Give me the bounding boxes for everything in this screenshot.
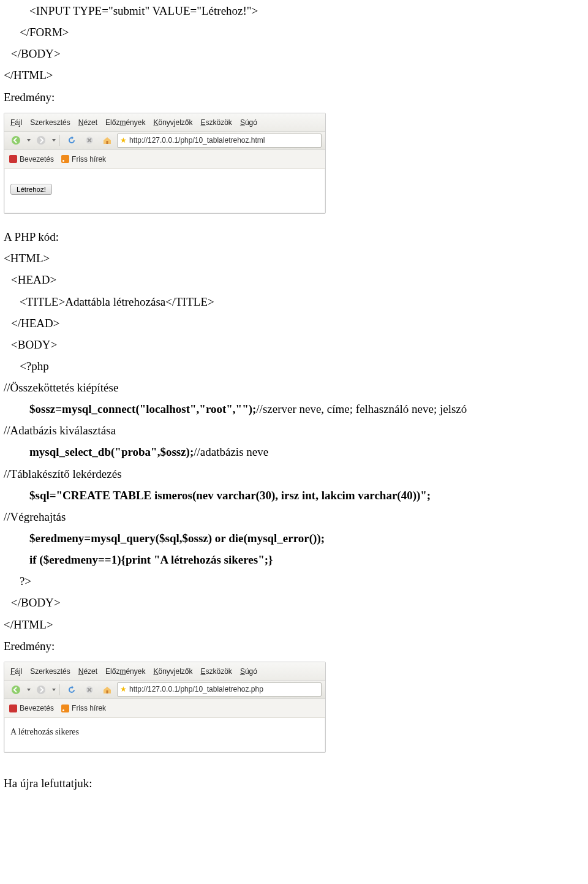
code-line: $ossz=mysql_connect("localhost","root","…	[4, 398, 584, 420]
code-line: <BODY>	[4, 334, 584, 355]
menu-file[interactable]: Fájl	[10, 116, 22, 129]
browser-window: Fájl Szerkesztés Nézet Előzmények Könyvj…	[4, 113, 326, 214]
menu-view[interactable]: Nézet	[78, 665, 97, 678]
arrow-left-icon	[11, 135, 21, 145]
comment-line: //Táblakészítő lekérdezés	[4, 463, 584, 485]
url-text: http://127.0.0.1/php/10_tablaletrehoz.ph…	[129, 682, 263, 696]
stop-button[interactable]	[81, 134, 97, 148]
back-button[interactable]	[8, 134, 23, 148]
code-line: </HEAD>	[4, 312, 584, 334]
code-line: </HTML>	[4, 614, 584, 635]
comment-line: //Adatbázis kiválasztása	[4, 420, 584, 441]
menu-edit[interactable]: Szerkesztés	[30, 665, 70, 678]
reload-button[interactable]	[64, 682, 79, 697]
back-history-dropdown[interactable]	[27, 139, 31, 142]
result-label: Eredmény:	[4, 635, 584, 657]
menu-file[interactable]: Fájl	[10, 665, 22, 678]
menu-bar: Fájl Szerkesztés Nézet Előzmények Könyvj…	[4, 113, 325, 132]
arrow-right-icon	[36, 685, 46, 695]
code-line: </BODY>	[4, 592, 584, 613]
code-line: if ($eredmeny==1){print "A létrehozás si…	[4, 549, 584, 570]
bookmarks-toolbar: Bevezetés Friss hírek	[4, 150, 325, 169]
bookmark-intro[interactable]: Bevezetés	[9, 153, 54, 166]
forward-button[interactable]	[33, 682, 48, 697]
arrow-left-icon	[11, 685, 21, 695]
menu-edit[interactable]: Szerkesztés	[30, 116, 70, 129]
stop-icon	[85, 135, 94, 145]
bookmark-intro[interactable]: Bevezetés	[9, 701, 54, 715]
create-button[interactable]: Létrehoz!	[10, 184, 52, 195]
reload-icon	[67, 135, 77, 145]
code-line: mysql_select_db("proba",$ossz);//adatbáz…	[4, 441, 584, 463]
home-icon	[102, 685, 112, 695]
menu-history[interactable]: Előzmények	[105, 116, 145, 129]
bookmark-icon	[9, 705, 17, 712]
url-bar[interactable]: ★ http://127.0.0.1/php/10_tablaletrehoz.…	[117, 682, 322, 697]
menu-help[interactable]: Súgó	[240, 665, 257, 678]
output-text: A létrehozás sikeres	[10, 727, 79, 736]
stop-icon	[85, 685, 94, 695]
svg-rect-7	[106, 690, 108, 693]
code-line: ?>	[4, 570, 584, 592]
code-line: <INPUT TYPE="submit" VALUE="Létrehoz!">	[4, 0, 584, 21]
svg-point-4	[12, 686, 20, 694]
forward-history-dropdown[interactable]	[52, 689, 56, 691]
arrow-right-icon	[36, 135, 46, 145]
code-line: $sql="CREATE TABLE ismeros(nev varchar(3…	[4, 485, 584, 506]
svg-rect-3	[106, 141, 108, 144]
code-line: <HEAD>	[4, 269, 584, 290]
bookmark-label: Bevezetés	[20, 153, 54, 166]
nav-toolbar: ★ http://127.0.0.1/php/10_tablaletrehoz.…	[4, 132, 325, 150]
bookmark-icon	[9, 155, 17, 163]
stop-button[interactable]	[81, 682, 97, 697]
svg-point-5	[37, 686, 45, 694]
bookmark-label: Friss hírek	[72, 701, 106, 715]
code-line: <?php	[4, 355, 584, 377]
page-viewport: A létrehozás sikeres	[4, 718, 325, 752]
code-line: $eredmeny=mysql_query($sql,$ossz) or die…	[4, 527, 584, 549]
code-line: <HTML>	[4, 247, 584, 269]
svg-point-1	[37, 136, 45, 145]
home-button[interactable]	[99, 682, 115, 697]
rss-icon	[61, 155, 69, 163]
home-button[interactable]	[99, 134, 115, 148]
bookmark-label: Friss hírek	[72, 153, 106, 166]
reload-button[interactable]	[64, 134, 79, 148]
nav-toolbar: ★ http://127.0.0.1/php/10_tablaletrehoz.…	[4, 681, 325, 699]
reload-icon	[67, 685, 77, 695]
url-text: http://127.0.0.1/php/10_tablaletrehoz.ht…	[129, 134, 265, 147]
code-line: <TITLE>Adattábla létrehozása</TITLE>	[4, 291, 584, 312]
bookmarks-toolbar: Bevezetés Friss hírek	[4, 699, 325, 718]
forward-history-dropdown[interactable]	[52, 139, 56, 142]
rerun-label: Ha újra lefuttatjuk:	[4, 773, 584, 794]
bookmark-label: Bevezetés	[20, 701, 54, 715]
menu-view[interactable]: Nézet	[78, 116, 97, 129]
rss-icon	[61, 705, 69, 712]
bookmark-star-icon: ★	[120, 682, 127, 696]
menu-tools[interactable]: Eszközök	[201, 116, 232, 129]
menu-history[interactable]: Előzmények	[105, 665, 145, 678]
result-label: Eredmény:	[4, 86, 584, 108]
code-line: </BODY>	[4, 43, 584, 64]
code-line: </HTML>	[4, 64, 584, 86]
bookmark-news[interactable]: Friss hírek	[61, 153, 106, 166]
menu-bar: Fájl Szerkesztés Nézet Előzmények Könyvj…	[4, 662, 325, 681]
menu-bookmarks[interactable]: Könyvjelzők	[153, 116, 192, 129]
home-icon	[102, 135, 112, 145]
svg-point-0	[12, 136, 20, 145]
page-viewport: Létrehoz!	[4, 169, 325, 213]
section-heading: A PHP kód:	[4, 226, 584, 247]
comment-line: //Összeköttetés kiépítése	[4, 377, 584, 398]
url-bar[interactable]: ★ http://127.0.0.1/php/10_tablaletrehoz.…	[117, 134, 322, 148]
code-line: </FORM>	[4, 21, 584, 43]
menu-tools[interactable]: Eszközök	[201, 665, 232, 678]
back-button[interactable]	[8, 682, 23, 697]
browser-window: Fájl Szerkesztés Nézet Előzmények Könyvj…	[4, 662, 326, 753]
menu-bookmarks[interactable]: Könyvjelzők	[153, 665, 192, 678]
menu-help[interactable]: Súgó	[240, 116, 257, 129]
comment-line: //Végrehajtás	[4, 506, 584, 527]
back-history-dropdown[interactable]	[27, 689, 31, 691]
bookmark-news[interactable]: Friss hírek	[61, 701, 106, 715]
bookmark-star-icon: ★	[120, 134, 127, 147]
forward-button[interactable]	[33, 134, 48, 148]
